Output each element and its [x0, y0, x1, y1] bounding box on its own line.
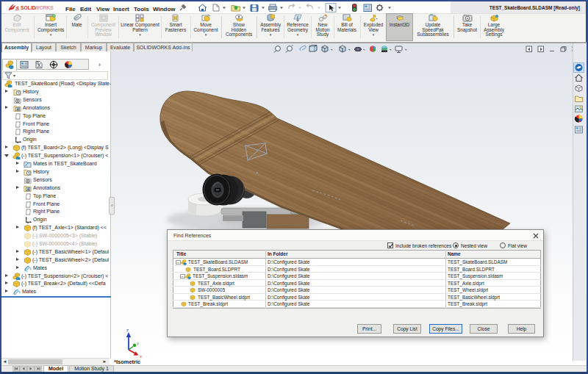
svg-text:z: z	[126, 328, 129, 332]
svg-text:y: y	[137, 341, 139, 345]
